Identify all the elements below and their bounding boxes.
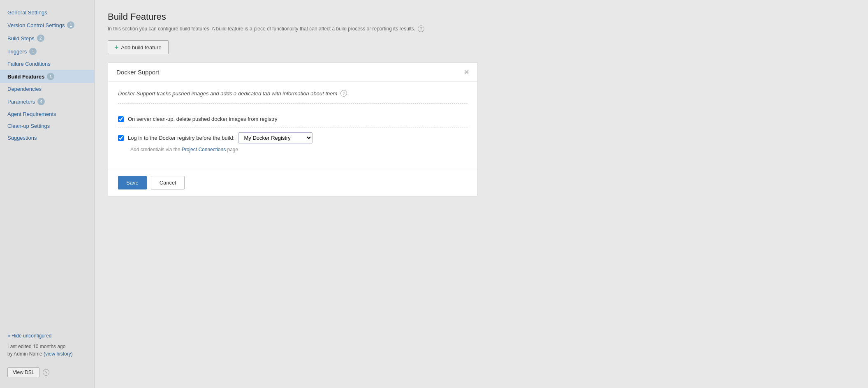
login-registry-label: Log in to the Docker registry before the… — [128, 135, 234, 141]
page-description-help-icon[interactable]: ? — [418, 25, 424, 32]
sidebar-item-label: General Settings — [7, 9, 47, 16]
main-content: Build Features In this section you can c… — [95, 0, 868, 388]
page-description: In this section you can configure build … — [108, 25, 855, 32]
login-registry-container: Log in to the Docker registry before the… — [118, 132, 312, 152]
view-dsl-help-icon[interactable]: ? — [43, 369, 49, 376]
sidebar-item-dependencies[interactable]: Dependencies — [0, 83, 94, 95]
sidebar-item-label: Agent Requirements — [7, 111, 56, 117]
last-edited-label: Last edited — [7, 344, 32, 349]
sidebar-item-version-control-settings[interactable]: Version Control Settings1 — [0, 18, 94, 32]
checkbox2-row: Log in to the Docker registry before the… — [118, 127, 468, 157]
add-feature-label: Add build feature — [121, 44, 161, 51]
sidebar-item-clean-up-settings[interactable]: Clean-up Settings — [0, 120, 94, 132]
sidebar-badge: 2 — [37, 35, 44, 42]
sidebar-item-label: Build Features — [7, 74, 44, 80]
hide-unconfigured-link[interactable]: « Hide unconfigured — [7, 333, 87, 339]
credentials-hint: Add credentials via the Project Connecti… — [130, 147, 312, 152]
sidebar-badge: 1 — [47, 73, 54, 80]
sidebar-footer: « Hide unconfigured Last edited 10 month… — [0, 326, 94, 363]
add-build-feature-button[interactable]: + Add build feature — [108, 40, 169, 54]
plus-icon: + — [115, 44, 118, 51]
sidebar-item-general-settings[interactable]: General Settings — [0, 7, 94, 18]
view-dsl-button[interactable]: View DSL — [7, 367, 39, 377]
sidebar-item-failure-conditions[interactable]: Failure Conditions — [0, 58, 94, 70]
sidebar-item-label: Clean-up Settings — [7, 123, 50, 129]
sidebar-item-build-steps[interactable]: Build Steps2 — [0, 32, 94, 45]
panel-actions: Save Cancel — [108, 169, 477, 196]
sidebar-item-triggers[interactable]: Triggers1 — [0, 45, 94, 58]
last-edited-by: by Admin Name — [7, 351, 42, 357]
sidebar-item-build-features[interactable]: Build Features1 — [0, 70, 94, 83]
sidebar-item-parameters[interactable]: Parameters4 — [0, 95, 94, 108]
sidebar-item-label: Version Control Settings — [7, 22, 65, 28]
panel-body: Docker Support tracks pushed images and … — [108, 82, 477, 166]
sidebar-item-label: Dependencies — [7, 86, 42, 92]
last-edited-time: 10 months ago — [33, 344, 65, 349]
registry-select[interactable]: My Docker RegistryOther Registry — [238, 132, 312, 143]
sidebar-item-label: Suggestions — [7, 135, 37, 141]
view-history-link[interactable]: (view history) — [44, 351, 73, 357]
project-connections-link[interactable]: Project Connections — [182, 147, 226, 152]
docker-description: Docker Support tracks pushed images and … — [118, 90, 468, 104]
delete-images-checkbox[interactable] — [118, 116, 124, 122]
cancel-button[interactable]: Cancel — [151, 176, 185, 189]
sidebar-item-label: Build Steps — [7, 35, 35, 42]
panel-close-button[interactable]: ✕ — [464, 69, 469, 76]
save-button[interactable]: Save — [118, 176, 147, 189]
checkbox1-row: On server clean-up, delete pushed docker… — [118, 111, 468, 127]
sidebar-badge: 4 — [37, 98, 45, 105]
sidebar-badge: 1 — [67, 21, 74, 29]
login-registry-checkbox[interactable] — [118, 135, 124, 141]
panel-header: Docker Support ✕ — [108, 63, 477, 82]
sidebar: General SettingsVersion Control Settings… — [0, 0, 95, 388]
sidebar-item-suggestions[interactable]: Suggestions — [0, 132, 94, 144]
page-title: Build Features — [108, 12, 855, 22]
view-dsl-area: View DSL ? — [0, 363, 94, 381]
panel-title: Docker Support — [116, 69, 159, 76]
docker-help-icon[interactable]: ? — [340, 90, 347, 97]
sidebar-item-label: Parameters — [7, 99, 35, 105]
docker-support-panel: Docker Support ✕ Docker Support tracks p… — [108, 62, 478, 196]
sidebar-item-agent-requirements[interactable]: Agent Requirements — [0, 108, 94, 120]
delete-images-label: On server clean-up, delete pushed docker… — [128, 116, 277, 122]
sidebar-item-label: Triggers — [7, 48, 27, 55]
sidebar-badge: 1 — [29, 48, 37, 55]
sidebar-item-label: Failure Conditions — [7, 61, 51, 67]
